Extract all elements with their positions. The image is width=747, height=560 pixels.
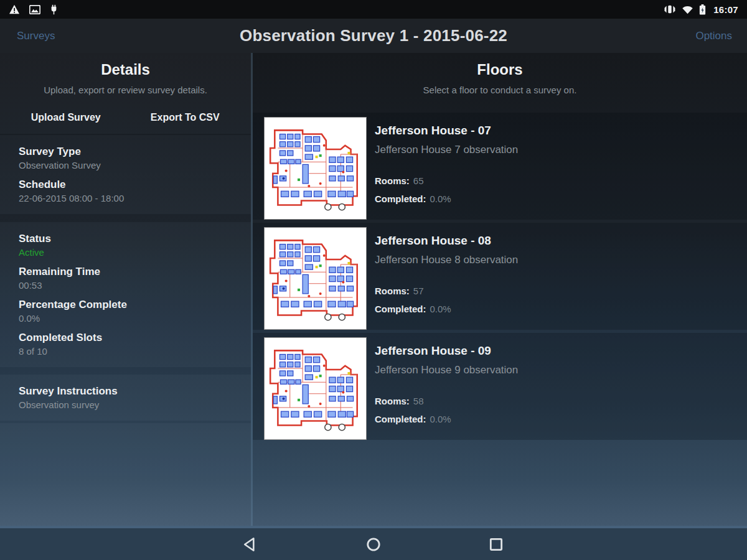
floor-completed-stat: Completed:0.0% xyxy=(375,304,518,314)
completed-value: 0.0% xyxy=(430,414,451,424)
schedule-field: Schedule 22-06-2015 08:00 - 18:00 xyxy=(19,177,232,205)
survey-type-value: Observation Survey xyxy=(19,159,232,172)
completed-value: 0.0% xyxy=(430,194,451,204)
survey-instructions-value: Observation survey xyxy=(19,398,232,411)
back-icon[interactable] xyxy=(243,536,259,553)
warning-icon xyxy=(9,4,20,14)
floor-subtitle: Jefferson House 9 observation xyxy=(375,364,518,376)
schedule-value: 22-06-2015 08:00 - 18:00 xyxy=(19,192,232,205)
floorplan-thumbnail xyxy=(264,227,367,330)
floor-row-jefferson-07[interactable]: Jefferson House - 07 Jefferson House 7 o… xyxy=(253,113,747,220)
floors-title: Floors xyxy=(253,61,747,78)
floor-row-text: Jefferson House - 07 Jefferson House 7 o… xyxy=(375,117,518,220)
remaining-time-label: Remaining Time xyxy=(19,264,232,279)
completed-label: Completed: xyxy=(375,414,426,424)
floor-rooms-stat: Rooms:65 xyxy=(375,175,518,186)
surveys-back-link[interactable]: Surveys xyxy=(17,30,55,42)
app-screen: 16:07 Surveys Observation Survey 1 - 201… xyxy=(0,0,747,560)
floorplan-thumbnail xyxy=(264,117,367,220)
wifi-icon xyxy=(682,5,693,14)
details-title: Details xyxy=(6,61,245,78)
plug-icon xyxy=(50,4,58,15)
main-content: Details Upload, export or review survey … xyxy=(0,53,747,526)
rooms-label: Rooms: xyxy=(375,175,410,186)
vibrate-icon xyxy=(664,4,676,14)
image-icon xyxy=(29,5,40,14)
survey-instructions-section: Survey Instructions Observation survey xyxy=(0,375,251,421)
rooms-value: 57 xyxy=(413,286,424,296)
schedule-label: Schedule xyxy=(19,177,232,192)
nav-buttons xyxy=(243,536,504,553)
page-title: Observation Survey 1 - 2015-06-22 xyxy=(0,26,747,45)
home-icon[interactable] xyxy=(365,536,382,553)
percentage-complete-value: 0.0% xyxy=(19,312,232,325)
details-empty-section xyxy=(0,423,251,526)
floor-subtitle: Jefferson House 8 observation xyxy=(375,254,518,266)
options-link[interactable]: Options xyxy=(695,30,732,42)
completed-slots-label: Completed Slots xyxy=(19,330,232,345)
floor-completed-stat: Completed:0.0% xyxy=(375,194,518,204)
status-bar-system: 16:07 xyxy=(664,4,738,15)
survey-instructions-label: Survey Instructions xyxy=(19,384,232,398)
status-value-badge: Active xyxy=(19,246,232,259)
status-bar-notifications xyxy=(9,4,58,15)
floor-row-text: Jefferson House - 08 Jefferson House 8 o… xyxy=(375,227,518,330)
percentage-complete-label: Percentage Complete xyxy=(19,297,232,312)
android-nav-bar xyxy=(0,526,747,560)
survey-type-label: Survey Type xyxy=(19,144,232,159)
recents-icon[interactable] xyxy=(488,536,504,553)
remaining-time-value: 00:53 xyxy=(19,279,232,292)
floors-subtitle: Select a floor to conduct a survey on. xyxy=(253,85,747,95)
details-header-section: Details Upload, export or review survey … xyxy=(0,53,251,134)
upload-survey-button[interactable]: Upload Survey xyxy=(6,112,126,123)
survey-info-section: Survey Type Observation Survey Schedule … xyxy=(0,135,251,214)
export-to-csv-button[interactable]: Export To CSV xyxy=(126,112,245,123)
rooms-label: Rooms: xyxy=(375,286,410,296)
rooms-label: Rooms: xyxy=(375,396,410,406)
floor-row-text: Jefferson House - 09 Jefferson House 9 o… xyxy=(375,337,518,440)
floors-panel: Floors Select a floor to conduct a surve… xyxy=(253,53,747,526)
survey-status-section: Status Active Remaining Time 00:53 Perce… xyxy=(0,222,251,367)
rooms-value: 65 xyxy=(413,175,424,186)
floor-rooms-stat: Rooms:58 xyxy=(375,396,518,406)
survey-instructions-field: Survey Instructions Observation survey xyxy=(19,384,232,411)
completed-slots-field: Completed Slots 8 of 10 xyxy=(19,330,232,358)
completed-label: Completed: xyxy=(375,194,426,204)
survey-type-field: Survey Type Observation Survey xyxy=(19,144,232,172)
floor-title: Jefferson House - 09 xyxy=(375,344,518,358)
rooms-value: 58 xyxy=(413,396,424,406)
floor-row-jefferson-08[interactable]: Jefferson House - 08 Jefferson House 8 o… xyxy=(253,223,747,330)
status-bar-clock: 16:07 xyxy=(713,4,738,15)
android-status-bar: 16:07 xyxy=(0,0,747,19)
status-field: Status Active xyxy=(19,231,232,259)
details-subtitle: Upload, export or review survey details. xyxy=(6,85,245,95)
floor-title: Jefferson House - 07 xyxy=(375,124,518,138)
completed-slots-value: 8 of 10 xyxy=(19,345,232,358)
completed-label: Completed: xyxy=(375,304,426,314)
completed-value: 0.0% xyxy=(430,304,451,314)
remaining-time-field: Remaining Time 00:53 xyxy=(19,264,232,292)
percentage-complete-field: Percentage Complete 0.0% xyxy=(19,297,232,325)
floor-title: Jefferson House - 08 xyxy=(375,234,518,248)
floor-list: Jefferson House - 07 Jefferson House 7 o… xyxy=(253,113,747,443)
app-header: Surveys Observation Survey 1 - 2015-06-2… xyxy=(0,19,747,53)
battery-charging-icon xyxy=(699,4,706,15)
floor-rooms-stat: Rooms:57 xyxy=(375,286,518,296)
floorplan-thumbnail xyxy=(264,337,367,440)
details-button-row: Upload Survey Export To CSV xyxy=(6,112,245,123)
floor-subtitle: Jefferson House 7 observation xyxy=(375,144,518,156)
floor-row-jefferson-09[interactable]: Jefferson House - 09 Jefferson House 9 o… xyxy=(253,333,747,440)
details-panel: Details Upload, export or review survey … xyxy=(0,53,251,526)
status-label: Status xyxy=(19,231,232,246)
floor-completed-stat: Completed:0.0% xyxy=(375,414,518,424)
